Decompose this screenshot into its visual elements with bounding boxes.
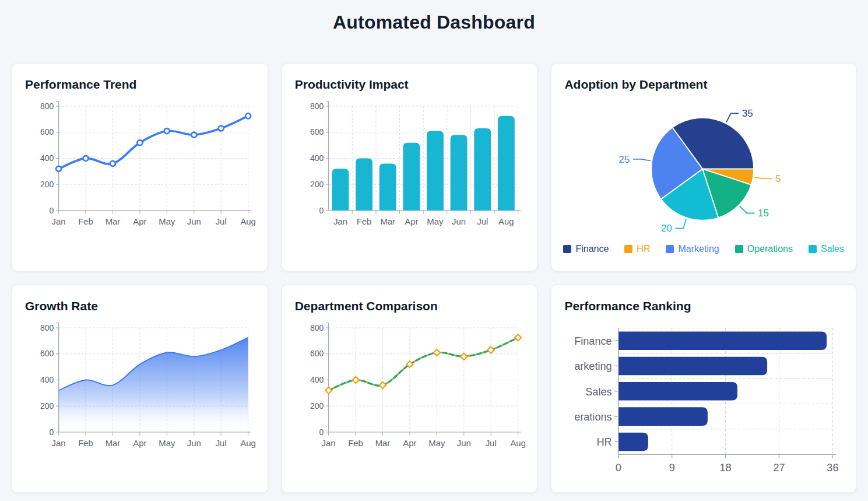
x-tick-label: Jan xyxy=(321,439,335,448)
performance-trend-line-chart: 0200400600800JanFebMarAprMayJunJulAug xyxy=(24,99,256,232)
legend-item-hr[interactable]: HR xyxy=(624,244,650,254)
pie-label-connector xyxy=(676,219,687,228)
y-tick-label: 200 xyxy=(310,401,324,411)
data-point-marker xyxy=(137,140,142,145)
performance-ranking-hbar-chart: 09182736FinancearketingSaleserationsHR xyxy=(563,320,844,481)
data-point-marker xyxy=(487,346,494,353)
card-title-productivity-impact: Productivity Impact xyxy=(295,78,526,92)
card-growth-rate: Growth Rate 0200400600800JanFebMarAprMay… xyxy=(12,285,268,493)
x-tick-label: Jun xyxy=(452,217,466,226)
data-point-marker xyxy=(352,377,359,383)
x-tick-label: Jun xyxy=(187,217,201,226)
pie-data-label: 35 xyxy=(742,108,753,119)
x-tick-label: 36 xyxy=(827,462,839,474)
x-tick-label: Jan xyxy=(333,217,347,226)
y-tick-label: 0 xyxy=(49,206,54,215)
pie-data-label: 5 xyxy=(775,173,781,184)
y-tick-label: 400 xyxy=(40,153,54,163)
x-tick-label: Jul xyxy=(485,439,496,448)
y-tick-label: 400 xyxy=(310,153,324,163)
y-tick-label: 600 xyxy=(310,349,324,358)
x-tick-label: Jan xyxy=(52,439,66,448)
x-tick-label: Feb xyxy=(78,439,93,448)
bar xyxy=(450,135,467,211)
x-tick-label: May xyxy=(159,217,175,226)
pie-data-label: 25 xyxy=(619,154,630,165)
pie-data-label: 15 xyxy=(758,208,769,219)
area-series xyxy=(59,338,248,432)
x-tick-label: Aug xyxy=(240,217,255,226)
x-tick-label: 0 xyxy=(616,462,621,474)
card-title-performance-trend: Performance Trend xyxy=(25,78,256,92)
bar xyxy=(619,357,767,376)
x-tick-label: Apr xyxy=(133,217,146,226)
x-tick-label: Jun xyxy=(457,439,471,448)
y-tick-label: 800 xyxy=(40,101,54,111)
bar xyxy=(356,158,372,210)
bar xyxy=(403,143,420,211)
x-tick-label: May xyxy=(428,439,445,448)
legend-label: Operations xyxy=(747,244,793,254)
legend-label: Finance xyxy=(575,244,609,254)
x-tick-label: Jul xyxy=(216,439,227,448)
card-productivity-impact: Productivity Impact 0200400600800JanFebM… xyxy=(282,63,538,271)
x-tick-label: Jul xyxy=(477,217,488,226)
data-point-marker xyxy=(515,334,521,341)
legend-swatch-marketing xyxy=(666,245,674,253)
x-tick-label: Feb xyxy=(356,217,371,226)
x-tick-label: Mar xyxy=(106,217,121,226)
legend-swatch-finance xyxy=(563,245,571,253)
card-adoption-by-department: Adoption by Department 355152025 Finance… xyxy=(551,63,856,271)
data-point-marker xyxy=(219,126,224,131)
y-tick-label: 0 xyxy=(49,428,54,437)
page-title: Automated Dashboard xyxy=(0,10,868,34)
y-tick-label: 800 xyxy=(310,323,324,332)
x-tick-label: Aug xyxy=(240,439,255,448)
y-tick-label: 200 xyxy=(40,180,54,189)
bar xyxy=(619,382,737,401)
legend-swatch-hr xyxy=(624,245,632,253)
x-tick-label: Aug xyxy=(498,217,514,226)
data-point-marker xyxy=(110,161,115,166)
data-point-marker xyxy=(56,166,61,171)
y-tick-label: 400 xyxy=(40,375,54,384)
y-category-label: HR xyxy=(597,436,612,448)
y-tick-label: 800 xyxy=(310,101,324,111)
legend-item-finance[interactable]: Finance xyxy=(563,244,609,254)
y-tick-label: 200 xyxy=(310,180,324,189)
card-performance-trend: Performance Trend 0200400600800JanFebMar… xyxy=(12,63,268,271)
x-tick-label: Mar xyxy=(380,217,395,226)
x-tick-label: Mar xyxy=(106,439,121,448)
pie-label-connector xyxy=(740,206,754,213)
adoption-pie-legend: FinanceHRMarketingOperationsSales xyxy=(563,244,844,254)
y-tick-label: 600 xyxy=(40,349,54,358)
legend-item-operations[interactable]: Operations xyxy=(735,244,793,254)
data-point-marker xyxy=(164,128,170,134)
productivity-impact-bar-chart: 0200400600800JanFebMarAprMayJunJulAug xyxy=(294,99,526,232)
legend-label: Sales xyxy=(821,244,844,254)
y-tick-label: 600 xyxy=(40,127,54,136)
growth-rate-area-chart: 0200400600800JanFebMarAprMayJunJulAug xyxy=(24,320,256,453)
y-tick-label: 0 xyxy=(319,206,324,215)
bar xyxy=(332,169,349,211)
bar xyxy=(379,163,396,210)
x-tick-label: Jun xyxy=(187,439,201,448)
pie-label-connector xyxy=(755,177,772,179)
legend-item-marketing[interactable]: Marketing xyxy=(666,244,719,254)
x-tick-label: Mar xyxy=(375,439,390,448)
y-category-label: Sales xyxy=(586,386,612,398)
legend-swatch-sales xyxy=(809,245,817,253)
pie-label-connector xyxy=(633,159,651,161)
bar xyxy=(427,131,444,211)
y-tick-label: 400 xyxy=(310,375,324,384)
x-tick-label: Jan xyxy=(52,217,66,226)
legend-item-sales[interactable]: Sales xyxy=(809,244,844,254)
legend-label: HR xyxy=(637,244,650,254)
x-tick-label: Aug xyxy=(510,439,525,448)
x-tick-label: Apr xyxy=(405,217,418,226)
bar xyxy=(619,407,708,426)
y-category-label: arketing xyxy=(575,360,612,372)
data-point-marker xyxy=(433,349,440,356)
card-title-performance-ranking: Performance Ranking xyxy=(564,299,844,313)
department-comparison-line-chart: 0200400600800JanFebMarAprMayJunJulAug xyxy=(294,320,526,453)
